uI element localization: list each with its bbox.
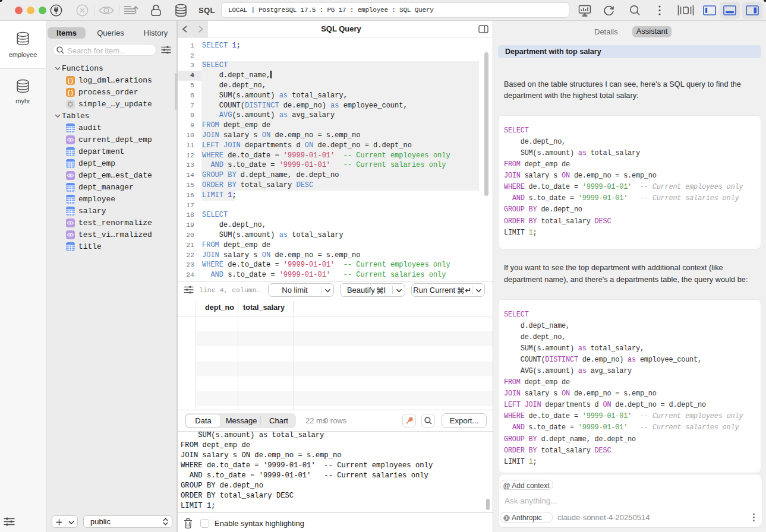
svg-text:{}: {}	[67, 78, 74, 84]
svg-text:{}: {}	[67, 90, 74, 96]
